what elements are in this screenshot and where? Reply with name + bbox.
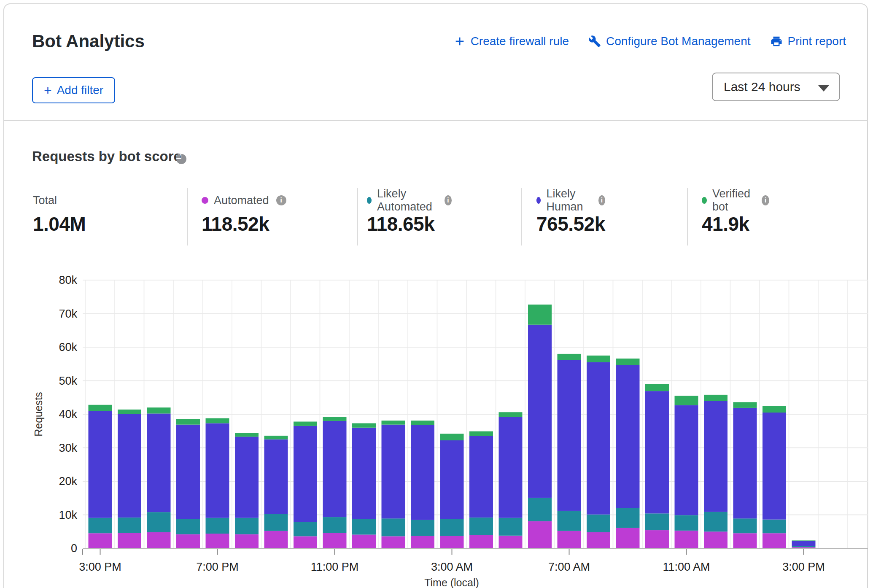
bar-segment-likely-human[interactable] [147, 413, 171, 512]
bar-segment-verified-bot[interactable] [733, 402, 757, 408]
bar-segment-likely-automated[interactable] [176, 519, 200, 534]
bar-segment-likely-human[interactable] [645, 391, 669, 513]
bar-segment-likely-automated[interactable] [469, 518, 493, 535]
bar-segment-verified-bot[interactable] [469, 432, 493, 436]
bar-segment-likely-human[interactable] [264, 440, 288, 514]
bar-segment-likely-human[interactable] [352, 428, 376, 519]
bar-segment-automated[interactable] [469, 535, 493, 548]
bar-segment-likely-automated[interactable] [294, 522, 317, 536]
bar-segment-automated[interactable] [264, 531, 288, 548]
bar-segment-likely-automated[interactable] [558, 511, 581, 531]
bar-segment-verified-bot[interactable] [352, 423, 376, 427]
bar-segment-automated[interactable] [176, 534, 200, 548]
bar-segment-likely-human[interactable] [176, 425, 200, 519]
create-firewall-rule-link[interactable]: Create firewall rule [454, 35, 569, 48]
bar-segment-likely-human[interactable] [616, 365, 640, 508]
bar-segment-likely-human[interactable] [558, 360, 581, 511]
bar-segment-likely-automated[interactable] [645, 513, 669, 530]
bar-segment-automated[interactable] [675, 531, 698, 548]
bar-segment-verified-bot[interactable] [440, 434, 464, 440]
bar-segment-automated[interactable] [206, 534, 229, 548]
bar-segment-likely-automated[interactable] [264, 514, 288, 531]
bar-segment-verified-bot[interactable] [587, 356, 610, 362]
bar-segment-verified-bot[interactable] [206, 418, 229, 423]
bar-segment-likely-automated[interactable] [382, 518, 405, 536]
bar-segment-automated[interactable] [89, 533, 112, 548]
bar-segment-likely-human[interactable] [206, 423, 229, 518]
bar-segment-likely-automated[interactable] [235, 518, 259, 534]
bar-segment-likely-human[interactable] [382, 425, 405, 519]
bar-segment-automated[interactable] [147, 532, 171, 548]
bar-segment-likely-human[interactable] [733, 408, 757, 518]
bar-segment-verified-bot[interactable] [558, 354, 581, 360]
bar-segment-automated[interactable] [294, 536, 317, 548]
bar-segment-likely-human[interactable] [89, 411, 112, 518]
bar-segment-likely-automated[interactable] [411, 520, 434, 536]
bar-segment-verified-bot[interactable] [528, 305, 552, 325]
bar-segment-automated[interactable] [118, 533, 141, 548]
bar-segment-likely-human[interactable] [499, 417, 523, 518]
bar-segment-verified-bot[interactable] [763, 406, 786, 413]
bar-segment-automated[interactable] [235, 534, 259, 548]
bar-segment-verified-bot[interactable] [147, 407, 171, 413]
bar-segment-automated[interactable] [440, 536, 464, 548]
bar-segment-likely-automated[interactable] [616, 508, 640, 528]
add-filter-button[interactable]: + Add filter [32, 77, 115, 103]
bar-segment-likely-human[interactable] [587, 362, 610, 515]
bar-segment-likely-human[interactable] [528, 325, 552, 498]
bar-segment-likely-automated[interactable] [323, 517, 347, 533]
info-icon[interactable]: i [445, 195, 452, 205]
bar-segment-automated[interactable] [616, 528, 640, 548]
bar-segment-verified-bot[interactable] [499, 412, 523, 417]
bar-segment-likely-human[interactable] [440, 440, 464, 519]
bar-segment-likely-automated[interactable] [733, 518, 757, 533]
bar-segment-verified-bot[interactable] [89, 405, 112, 411]
bar-segment-automated[interactable] [558, 531, 581, 548]
info-icon[interactable]: i [598, 195, 605, 205]
time-range-select[interactable]: Last 24 hours [712, 73, 840, 101]
bar-segment-automated[interactable] [587, 532, 610, 548]
bar-segment-verified-bot[interactable] [704, 395, 728, 401]
bar-segment-likely-human[interactable] [704, 401, 728, 512]
bar-segment-verified-bot[interactable] [118, 410, 141, 414]
bar-segment-automated[interactable] [499, 536, 523, 548]
bar-segment-likely-automated[interactable] [352, 519, 376, 535]
bar-segment-verified-bot[interactable] [264, 436, 288, 440]
bar-segment-automated[interactable] [763, 533, 786, 548]
bar-segment-automated[interactable] [528, 521, 552, 548]
bar-segment-likely-automated[interactable] [118, 518, 141, 533]
bar-segment-likely-human[interactable] [469, 436, 493, 518]
bar-segment-verified-bot[interactable] [792, 540, 816, 541]
bar-segment-automated[interactable] [645, 530, 669, 548]
bar-segment-likely-automated[interactable] [89, 518, 112, 534]
bar-segment-automated[interactable] [411, 536, 434, 548]
bar-segment-verified-bot[interactable] [176, 419, 200, 425]
bar-segment-likely-automated[interactable] [587, 515, 610, 532]
bar-segment-likely-automated[interactable] [206, 518, 229, 534]
bar-segment-likely-human[interactable] [235, 437, 259, 518]
print-report-link[interactable]: Print report [770, 35, 846, 48]
bar-segment-likely-automated[interactable] [499, 518, 523, 536]
bar-segment-likely-human[interactable] [675, 405, 698, 515]
bar-segment-likely-automated[interactable] [440, 519, 464, 536]
info-icon[interactable]: i [762, 195, 769, 205]
bar-segment-verified-bot[interactable] [675, 396, 698, 405]
bar-segment-verified-bot[interactable] [294, 421, 317, 426]
bar-segment-likely-human[interactable] [118, 414, 141, 518]
bar-segment-automated[interactable] [352, 534, 376, 548]
bar-segment-likely-automated[interactable] [675, 515, 698, 531]
configure-bot-management-link[interactable]: Configure Bot Management [588, 35, 750, 48]
bar-segment-verified-bot[interactable] [616, 359, 640, 365]
bar-segment-verified-bot[interactable] [411, 421, 434, 425]
info-icon[interactable]: i [276, 195, 286, 205]
bar-segment-verified-bot[interactable] [382, 421, 405, 425]
bar-segment-likely-human[interactable] [763, 413, 786, 520]
bar-segment-automated[interactable] [733, 533, 757, 548]
bar-segment-likely-human[interactable] [411, 425, 434, 520]
bar-segment-automated[interactable] [323, 533, 347, 548]
bar-segment-automated[interactable] [704, 531, 728, 548]
bar-segment-verified-bot[interactable] [323, 417, 347, 421]
bar-segment-verified-bot[interactable] [235, 433, 259, 437]
bar-segment-likely-human[interactable] [323, 421, 347, 517]
bar-segment-likely-automated[interactable] [704, 512, 728, 531]
